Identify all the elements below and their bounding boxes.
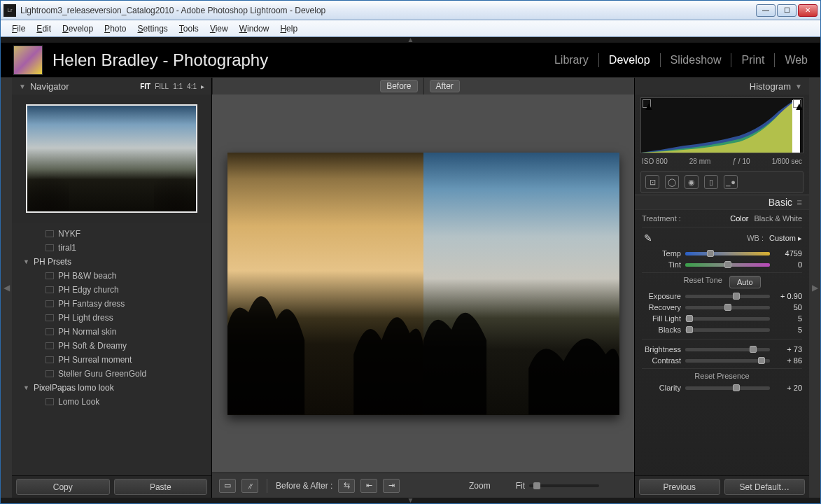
- menu-develop[interactable]: Develop: [57, 22, 99, 35]
- treatment-color[interactable]: Color: [730, 214, 748, 223]
- contrast-slider[interactable]: [685, 359, 770, 363]
- module-slideshow[interactable]: Slideshow: [671, 54, 722, 66]
- crop-tool-icon[interactable]: ⊡: [645, 175, 659, 189]
- zoom-more-icon[interactable]: ▸: [201, 83, 204, 90]
- blacks-value[interactable]: 5: [774, 326, 802, 334]
- set-default-button[interactable]: Set Default…: [724, 479, 806, 495]
- copy-after-button[interactable]: ⇥: [383, 479, 400, 493]
- close-button[interactable]: ✕: [798, 4, 818, 17]
- module-web[interactable]: Web: [785, 54, 808, 66]
- preset-label: PH Light dress: [58, 313, 113, 323]
- collapse-bottom-icon[interactable]: ▼: [1, 498, 820, 503]
- preset-item[interactable]: PH B&W beach: [12, 269, 211, 283]
- window-title: Lightroom3_releaseversion_Catalog2010 - …: [20, 6, 756, 15]
- collapse-right-icon[interactable]: ▶: [809, 78, 820, 498]
- menu-photo[interactable]: Photo: [99, 22, 132, 35]
- paste-button[interactable]: Paste: [114, 479, 208, 495]
- auto-tone-button[interactable]: Auto: [729, 276, 761, 288]
- navigator-thumbnail[interactable]: [26, 104, 197, 213]
- fill-light-slider[interactable]: [685, 317, 770, 321]
- preset-label: NYKF: [58, 229, 80, 239]
- eyedropper-icon[interactable]: ✎: [642, 232, 654, 244]
- exposure-slider[interactable]: [685, 295, 770, 298]
- reset-tone-label[interactable]: Reset Tone: [683, 276, 722, 288]
- minimize-button[interactable]: —: [756, 4, 776, 17]
- blacks-slider[interactable]: [685, 328, 770, 332]
- tint-slider[interactable]: [685, 263, 770, 267]
- preset-item[interactable]: NYKF: [12, 227, 211, 241]
- preset-item[interactable]: PH Soft & Dreamy: [12, 339, 211, 353]
- preset-folder[interactable]: ▼PixelPapas lomo look: [12, 381, 211, 395]
- fill-light-value[interactable]: 5: [774, 314, 802, 323]
- preset-list[interactable]: NYKF tiral1 ▼PH Prsets PH B&W beach PH E…: [12, 223, 211, 475]
- clarity-slider[interactable]: [685, 386, 770, 390]
- menu-window[interactable]: Window: [234, 22, 275, 35]
- titlebar[interactable]: Lr Lightroom3_releaseversion_Catalog2010…: [1, 1, 820, 20]
- brush-tool-icon[interactable]: ⎯●: [724, 175, 738, 189]
- temp-label: Temp: [642, 249, 681, 258]
- compare-view-button[interactable]: ⫽: [241, 479, 258, 493]
- exposure-label: Exposure: [642, 292, 681, 300]
- tint-value[interactable]: 0: [774, 260, 802, 269]
- highlight-clip-icon[interactable]: ▲: [793, 99, 801, 108]
- menu-edit[interactable]: Edit: [31, 22, 57, 35]
- zoom-fill[interactable]: FILL: [155, 83, 169, 90]
- basic-title: Basic: [769, 197, 792, 208]
- recovery-slider[interactable]: [685, 306, 770, 309]
- copy-before-button[interactable]: ⇤: [360, 479, 377, 493]
- module-develop[interactable]: Develop: [609, 54, 650, 66]
- zoom-1-1[interactable]: 1:1: [173, 83, 183, 90]
- menu-file[interactable]: File: [6, 22, 31, 35]
- swap-button[interactable]: ⇆: [338, 479, 355, 493]
- preset-item[interactable]: PH Edgy church: [12, 283, 211, 297]
- zoom-4-1[interactable]: 4:1: [187, 83, 197, 90]
- redeye-tool-icon[interactable]: ◉: [685, 175, 699, 189]
- after-label: After: [430, 80, 460, 92]
- menu-help[interactable]: Help: [274, 22, 303, 35]
- preset-item[interactable]: PH Fantasy dress: [12, 297, 211, 311]
- treatment-bw[interactable]: Black & White: [755, 214, 802, 223]
- histogram-header[interactable]: Histogram ▼: [635, 78, 809, 94]
- menu-settings[interactable]: Settings: [132, 22, 173, 35]
- preset-label: Steller Guru GreenGold: [58, 369, 146, 379]
- maximize-button[interactable]: ☐: [777, 4, 797, 17]
- exposure-value[interactable]: + 0.90: [774, 292, 802, 300]
- reset-presence-label[interactable]: Reset Presence: [694, 372, 749, 380]
- preset-item[interactable]: PH Normal skin: [12, 325, 211, 339]
- spot-tool-icon[interactable]: ◯: [665, 175, 679, 189]
- loupe-view-button[interactable]: ▭: [219, 479, 236, 493]
- zoom-slider[interactable]: [529, 484, 599, 487]
- histogram-graph[interactable]: ▲ ▲: [640, 97, 804, 153]
- brightness-value[interactable]: + 73: [774, 345, 802, 354]
- temp-slider[interactable]: [685, 252, 770, 255]
- temp-value[interactable]: 4759: [774, 249, 802, 258]
- navigator-header[interactable]: ▼ Navigator FIT FILL 1:1 4:1 ▸: [12, 78, 211, 94]
- previous-button[interactable]: Previous: [639, 479, 720, 495]
- preset-item[interactable]: Steller Guru GreenGold: [12, 367, 211, 381]
- preset-item[interactable]: tiral1: [12, 241, 211, 255]
- zoom-fit[interactable]: FIT: [140, 83, 150, 90]
- basic-panel-header[interactable]: Basic ≣: [635, 195, 809, 210]
- preset-label: PH B&W beach: [58, 271, 116, 281]
- collapse-top-icon[interactable]: ▲: [1, 37, 820, 43]
- copy-button[interactable]: Copy: [16, 479, 110, 495]
- wb-dropdown[interactable]: Custom ▸: [769, 234, 802, 243]
- module-print[interactable]: Print: [741, 54, 764, 66]
- recovery-value[interactable]: 50: [774, 303, 802, 312]
- collapse-left-icon[interactable]: ◀: [1, 78, 12, 498]
- contrast-value[interactable]: + 86: [774, 356, 802, 365]
- clarity-value[interactable]: + 20: [774, 384, 802, 392]
- before-after-label: Before & After :: [276, 481, 332, 491]
- panel-menu-icon[interactable]: ≣: [797, 199, 802, 206]
- menu-tools[interactable]: Tools: [174, 22, 204, 35]
- module-library[interactable]: Library: [554, 54, 589, 66]
- preset-item[interactable]: PH Surreal moment: [12, 353, 211, 367]
- preset-folder[interactable]: ▼PH Prsets: [12, 255, 211, 269]
- before-after-image[interactable]: [227, 153, 619, 415]
- shadow-clip-icon[interactable]: ▲: [643, 99, 651, 108]
- brightness-slider[interactable]: [685, 348, 770, 351]
- menu-view[interactable]: View: [204, 22, 234, 35]
- preset-item[interactable]: Lomo Look: [12, 395, 211, 409]
- preset-item[interactable]: PH Light dress: [12, 311, 211, 325]
- gradient-tool-icon[interactable]: ▯: [704, 175, 718, 189]
